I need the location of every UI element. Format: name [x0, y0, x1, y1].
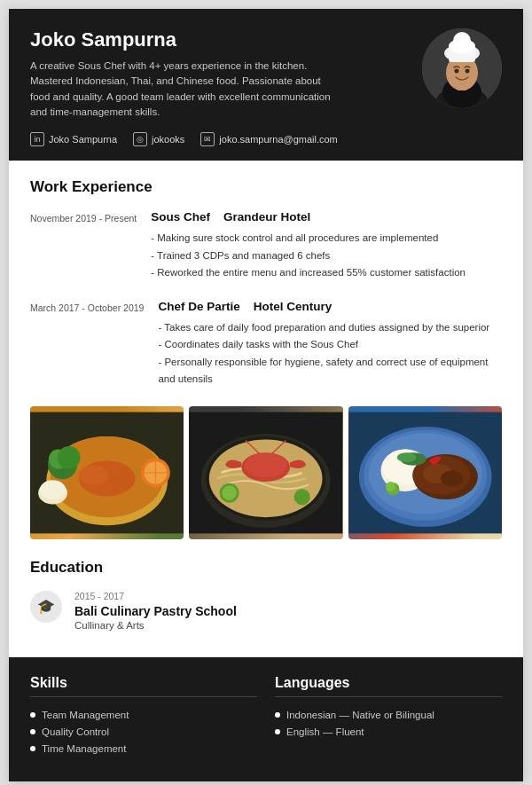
edu-school-1: Bali Culinary Pastry School — [74, 604, 502, 618]
bullet-1 — [30, 712, 35, 718]
svg-point-50 — [386, 482, 395, 491]
svg-point-46 — [441, 470, 464, 486]
svg-point-35 — [223, 485, 237, 499]
contact-email: ✉ joko.sampurna@gmail.com — [200, 132, 337, 146]
skills-list: Team Management Quality Control Time Man… — [30, 710, 257, 754]
svg-point-22 — [79, 466, 108, 485]
bullet-3 — [30, 746, 35, 751]
svg-point-9 — [455, 69, 459, 74]
food-photo-gallery — [30, 406, 502, 539]
graduation-icon: 🎓 — [30, 591, 62, 623]
work-date-2: March 2017 - October 2019 — [30, 300, 144, 389]
work-bullets-2: Takes care of daily food preparation and… — [158, 319, 502, 389]
email-icon: ✉ — [200, 132, 215, 146]
language-item-1: Indonesian — Native or Bilingual — [275, 710, 502, 720]
svg-point-23 — [108, 474, 134, 490]
work-title-2: Chef De Partie Hotel Century — [158, 300, 502, 313]
candidate-bio: A creative Sous Chef with 4+ years exper… — [30, 59, 332, 120]
svg-point-36 — [294, 489, 310, 505]
languages-col: Languages Indonesian — Native or Bilingu… — [275, 675, 502, 760]
main-section: Work Experience November 2019 - Present … — [9, 161, 523, 657]
svg-point-48 — [396, 452, 416, 462]
work-details-2: Chef De Partie Hotel Century Takes care … — [158, 300, 502, 389]
bullet-2 — [30, 729, 35, 734]
lang-bullet-2 — [275, 729, 280, 734]
candidate-name: Joko Sampurna — [30, 28, 408, 51]
edu-field-1: Cullinary & Arts — [74, 620, 502, 631]
contact-list: in Joko Sampurna ◎ jokooks ✉ joko.sampur… — [30, 132, 408, 146]
svg-point-31 — [245, 453, 286, 477]
work-details-1: Sous Chef Grandeur Hotel Making sure sto… — [151, 210, 502, 282]
work-title-1: Sous Chef Grandeur Hotel — [151, 210, 502, 224]
linkedin-icon: in — [30, 132, 44, 146]
skill-item-1: Team Management — [30, 710, 257, 720]
header-left: Joko Sampurna A creative Sous Chef with … — [30, 28, 408, 146]
contact-instagram: ◎ jokooks — [133, 132, 184, 146]
education-entry-1: 🎓 2015 - 2017 Bali Culinary Pastry Schoo… — [30, 591, 502, 631]
languages-title: Languages — [275, 675, 502, 697]
svg-point-10 — [466, 69, 470, 74]
email-label: joko.sampurna@gmail.com — [219, 134, 337, 145]
resume-card: Joko Sampurna A creative Sous Chef with … — [9, 9, 523, 781]
work-entry-2: March 2017 - October 2019 Chef De Partie… — [30, 300, 502, 389]
linkedin-label: Joko Sampurna — [49, 134, 117, 145]
skill-item-2: Quality Control — [30, 726, 257, 737]
skills-title: Skills — [30, 675, 257, 697]
instagram-label: jokooks — [152, 134, 184, 145]
languages-list: Indonesian — Native or Bilingual English… — [275, 710, 502, 737]
edu-year-1: 2015 - 2017 — [74, 591, 502, 601]
language-item-2: English — Fluent — [275, 726, 502, 737]
skill-item-3: Time Management — [30, 743, 257, 754]
lang-bullet-1 — [275, 712, 280, 718]
food-photo-2 — [189, 406, 342, 539]
edu-details-1: 2015 - 2017 Bali Culinary Pastry School … — [74, 591, 502, 631]
work-experience-title: Work Experience — [30, 178, 502, 196]
work-entry-1: November 2019 - Present Sous Chef Grande… — [30, 210, 502, 282]
education-title: Education — [30, 559, 502, 577]
work-bullets-1: Making sure stock control and all proced… — [151, 230, 502, 282]
svg-point-16 — [58, 446, 81, 469]
food-photo-1 — [30, 406, 184, 539]
skills-col: Skills Team Management Quality Control T… — [30, 675, 257, 760]
svg-point-8 — [453, 32, 471, 50]
food-photo-3 — [348, 406, 502, 539]
header-section: Joko Sampurna A creative Sous Chef with … — [9, 9, 523, 161]
bottom-section: Skills Team Management Quality Control T… — [9, 657, 523, 781]
contact-linkedin: in Joko Sampurna — [30, 132, 117, 146]
work-date-1: November 2019 - Present — [30, 210, 137, 282]
avatar — [422, 28, 502, 108]
svg-point-25 — [40, 480, 66, 499]
instagram-icon: ◎ — [133, 132, 147, 146]
